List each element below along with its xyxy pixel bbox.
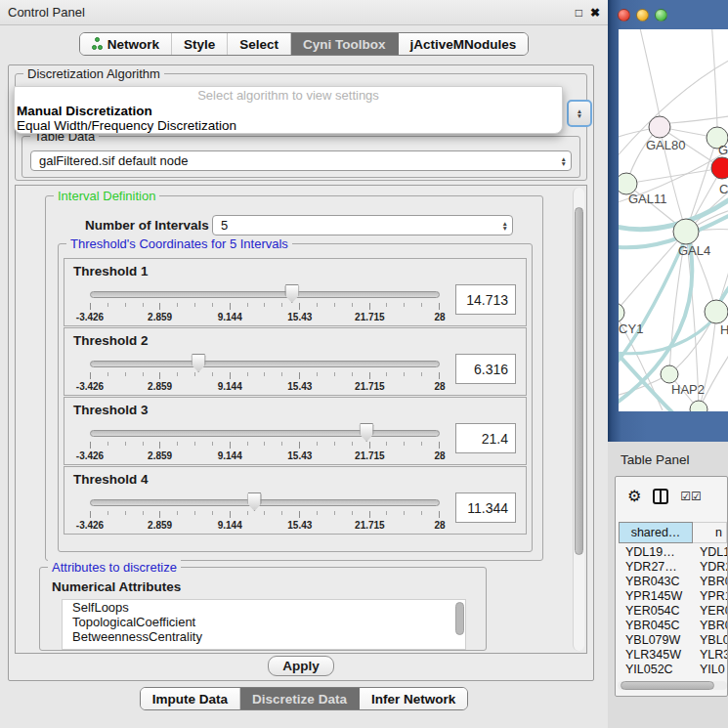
attribute-list-item[interactable]: BetweennessCentrality	[63, 629, 465, 644]
threshold-value-field[interactable]: 11.344	[455, 492, 516, 523]
threshold-slider-thumb[interactable]	[192, 354, 206, 372]
settings-scroll-panel: Interval Definition Number of Intervals …	[15, 185, 587, 654]
apply-button[interactable]: Apply	[268, 656, 334, 676]
tab-jactivemnodules[interactable]: jActiveMNodules	[399, 33, 529, 55]
number-of-intervals-value: 5	[221, 218, 228, 233]
table-data-combobox[interactable]: galFiltered.sif default node ▲▼	[30, 150, 572, 171]
cell-name[interactable]: YBL0	[693, 633, 727, 648]
minimize-traffic-icon[interactable]	[636, 9, 649, 21]
table-data-group: Table Data galFiltered.sif default node …	[21, 136, 580, 178]
node-label: HAP2	[671, 382, 705, 397]
threshold-slider-track[interactable]	[90, 291, 440, 298]
table-row[interactable]: YDL19…YDL1	[619, 545, 727, 560]
network-node-gal80[interactable]	[649, 116, 670, 138]
network-icon	[92, 37, 103, 51]
cell-name[interactable]: YPR1	[693, 589, 727, 604]
threshold-slider-thumb[interactable]	[247, 492, 262, 511]
table-row[interactable]: YLR345WYLR3	[619, 648, 727, 663]
threshold-label: Threshold 2	[73, 333, 149, 348]
cell-name[interactable]: YBR0	[693, 619, 727, 633]
cell-name[interactable]: YBR0	[693, 575, 727, 589]
table-row[interactable]: YDR27…YDR2	[619, 560, 727, 575]
attributes-list-scrollbar[interactable]	[455, 602, 464, 635]
tab-cyni-toolbox[interactable]: Cyni Toolbox	[291, 33, 399, 55]
cell-shared-name[interactable]: YLR345W	[619, 648, 693, 663]
algorithm-option[interactable]: Manual Discretization	[15, 104, 562, 118]
cell-shared-name[interactable]: YIL052C	[619, 663, 693, 677]
close-window-icon[interactable]: ✖	[590, 7, 600, 19]
zoom-traffic-icon[interactable]	[655, 9, 667, 21]
cell-name[interactable]: YLR3	[693, 648, 727, 663]
checkbox-icons[interactable]: ☑☑	[680, 490, 702, 503]
network-node-gcy1[interactable]	[619, 303, 624, 322]
scrollbar-thumb[interactable]	[621, 681, 714, 690]
threshold-slider-track[interactable]	[90, 430, 440, 437]
interval-definition-group: Interval Definition Number of Intervals …	[45, 195, 543, 561]
table-row[interactable]: YER054CYER0	[619, 604, 727, 619]
algorithm-placeholder-option[interactable]: Select algorithm to view settings	[15, 87, 562, 104]
algorithm-option[interactable]: Equal Width/Frequency Discretization	[15, 118, 562, 133]
threshold-coordinates-title: Threshold's Coordinates for 5 Intervals	[66, 236, 292, 251]
cell-name[interactable]: YIL0	[693, 663, 727, 677]
node-label: GAL11	[628, 192, 667, 206]
cell-shared-name[interactable]: YDL19…	[619, 545, 693, 560]
tab-style[interactable]: Style	[172, 33, 228, 55]
table-header-row: shared… n	[619, 522, 727, 543]
network-view-window: GAL80GACGAL11GAL4GCY1HHAP2	[608, 0, 728, 442]
threshold-slider-thumb[interactable]	[360, 423, 374, 442]
cell-name[interactable]: YDL1	[693, 545, 727, 560]
network-canvas[interactable]: GAL80GACGAL11GAL4GCY1HHAP2	[619, 29, 728, 411]
cell-shared-name[interactable]: YBR045C	[619, 619, 693, 633]
threshold-slider-track[interactable]	[90, 361, 440, 367]
cell-shared-name[interactable]: YBR043C	[619, 575, 693, 589]
panel-vertical-scrollbar[interactable]	[573, 188, 584, 651]
close-traffic-icon[interactable]	[618, 9, 630, 21]
cell-shared-name[interactable]: YBL079W	[619, 633, 693, 648]
float-window-icon[interactable]: □	[576, 7, 582, 19]
table-row[interactable]: YBR043CYBR0	[619, 575, 727, 589]
tab-infer-network[interactable]: Infer Network	[360, 688, 467, 709]
cell-name[interactable]: YDR2	[693, 560, 727, 575]
algorithm-combobox-stepper[interactable]: ▲▼	[567, 100, 592, 127]
slider-tick-marks	[90, 303, 440, 311]
threshold-slider-thumb[interactable]	[284, 284, 299, 303]
cell-shared-name[interactable]: YER054C	[619, 604, 693, 619]
threshold-value-field[interactable]: 21.4	[455, 423, 516, 453]
table-row[interactable]: YPR145WYPR1	[619, 589, 727, 604]
network-node-h[interactable]	[705, 300, 728, 323]
threshold-slider-track[interactable]	[90, 499, 440, 506]
tab-network[interactable]: Network	[80, 33, 172, 55]
column-header-shared-name[interactable]: shared…	[619, 522, 693, 543]
network-graph: GAL80GACGAL11GAL4GCY1HHAP2	[619, 29, 728, 411]
threshold-coordinates-group: Threshold's Coordinates for 5 Intervals …	[58, 243, 533, 552]
scrollbar-thumb[interactable]	[575, 207, 583, 555]
threshold-label: Threshold 3	[73, 403, 149, 417]
network-node-c[interactable]	[711, 157, 728, 179]
gear-icon[interactable]: ⚙	[627, 489, 641, 504]
column-header-name[interactable]: n	[693, 522, 727, 543]
tab-label: Impute Data	[152, 692, 228, 707]
threshold-value-field[interactable]: 14.713	[455, 284, 516, 315]
network-node-gal4[interactable]	[673, 219, 699, 244]
threshold-value-field[interactable]: 6.316	[455, 354, 516, 384]
number-of-intervals-combobox[interactable]: 5 ▲▼	[212, 215, 513, 236]
tab-impute-data[interactable]: Impute Data	[141, 688, 240, 709]
attribute-list-item[interactable]: SelfLoops	[63, 600, 465, 615]
table-row[interactable]: YIL052CYIL0	[619, 663, 727, 677]
tab-label: Network	[107, 37, 159, 52]
cell-shared-name[interactable]: YDR27…	[619, 560, 693, 575]
split-columns-icon[interactable]	[653, 489, 668, 504]
table-row[interactable]: YBL079WYBL0	[619, 633, 727, 648]
tab-select[interactable]: Select	[228, 33, 291, 55]
numerical-attributes-list[interactable]: SelfLoopsTopologicalCoefficientBetweenne…	[62, 599, 466, 650]
cell-shared-name[interactable]: YPR145W	[619, 589, 693, 604]
table-horizontal-scrollbar[interactable]	[618, 681, 727, 690]
control-panel-window: Control Panel □ ✖ NetworkStyleSelectCyni…	[0, 0, 608, 728]
slider-tick-marks	[90, 372, 440, 380]
cell-name[interactable]: YER0	[693, 604, 727, 619]
table-row[interactable]: YBR045CYBR0	[619, 619, 727, 633]
table-rows: YDL19…YDL1YDR27…YDR2YBR043CYBR0YPR145WYP…	[619, 545, 727, 678]
attribute-list-item[interactable]: TopologicalCoefficient	[63, 615, 465, 629]
tab-discretize-data[interactable]: Discretize Data	[240, 688, 360, 709]
network-node-hap2[interactable]	[661, 365, 678, 383]
